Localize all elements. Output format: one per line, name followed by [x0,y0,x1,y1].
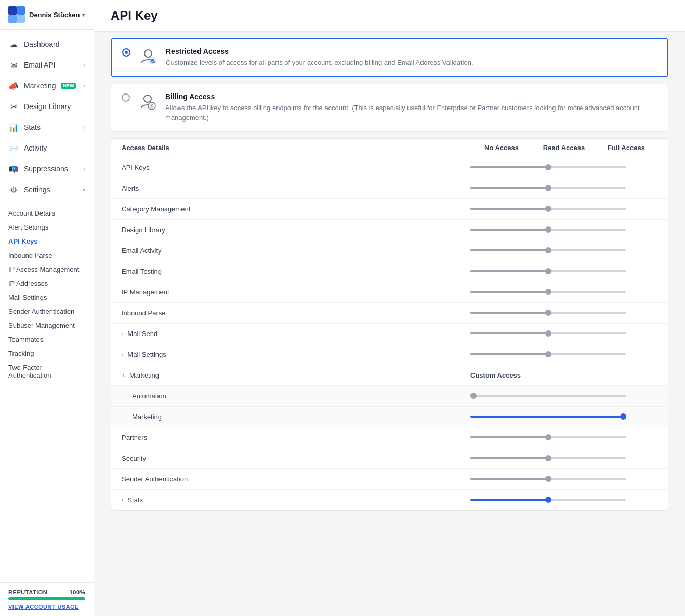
billing-access-title: Billing Access [165,92,657,101]
row-label-ip-management: IP Management [122,288,470,296]
svg-point-4 [144,50,152,57]
svg-rect-0 [8,6,17,15]
svg-rect-1 [17,6,25,15]
table-row: › Stats [111,490,668,510]
suppress-icon: 📭 [8,164,19,174]
table-row: IP Management [111,282,668,303]
alerts-slider[interactable] [470,187,626,189]
table-row: Inbound Parse [111,303,668,324]
sidebar-item-sender-authentication[interactable]: Sender Authentication [0,304,94,318]
reputation-bar-fill [8,597,85,600]
view-account-usage-link[interactable]: VIEW ACCOUNT USAGE [8,604,85,610]
sidebar-item-mail-settings[interactable]: Mail Settings [0,290,94,304]
partners-slider[interactable] [470,436,626,438]
marketing-slider[interactable] [470,416,626,418]
table-row: Partners [111,427,668,448]
sidebar-item-dashboard[interactable]: ☁ Dashboard [0,34,94,55]
restricted-radio[interactable] [122,48,130,57]
mail-send-slider[interactable] [470,332,626,334]
row-label-email-testing: Email Testing [122,267,470,275]
sidebar-item-suppressions[interactable]: 📭 Suppressions › [0,158,94,179]
inbound-parse-slider[interactable] [470,312,626,314]
app-logo [8,6,25,23]
ip-management-slider[interactable] [470,291,626,293]
billing-radio[interactable] [122,93,130,102]
row-label-stats: › Stats [122,496,470,504]
scissors-icon: ✂ [8,101,19,112]
mail-icon: ✉ [8,60,19,70]
sidebar-item-activity[interactable]: 📨 Activity [0,138,94,158]
sidebar-item-api-keys[interactable]: API Keys [0,234,94,248]
sidebar-footer: REPUTATION 100% VIEW ACCOUNT USAGE [0,582,94,616]
row-label-inbound-parse: Inbound Parse [122,309,470,317]
security-slider[interactable] [470,457,626,459]
chevron-right-icon: › [84,125,85,130]
table-row: Marketing [111,407,668,427]
row-label-mail-send: › Mail Send [122,330,470,338]
table-row: Email Testing [111,261,668,282]
sidebar: Dennis Stücken ▾ ☁ Dashboard ✉ Email API… [0,0,94,616]
table-row: Design Library [111,220,668,240]
main-content: API Key ⚙ Restricted Access Customize le… [94,0,685,616]
sidebar-item-subuser-management[interactable]: Subuser Management [0,318,94,332]
reputation-value: 100% [70,589,85,595]
api-keys-slider[interactable] [470,166,626,168]
sidebar-item-teammates[interactable]: Teammates [0,332,94,346]
sidebar-item-alert-settings[interactable]: Alert Settings [0,220,94,234]
sidebar-item-marketing[interactable]: 📣 Marketing NEW › [0,75,94,96]
sidebar-item-email-api[interactable]: ✉ Email API › [0,55,94,75]
page-header: API Key [94,0,685,32]
sidebar-item-ip-addresses[interactable]: IP Addresses [0,276,94,290]
reputation-label: REPUTATION [8,589,47,595]
billing-access-card[interactable]: $ Billing Access Allows the API key to a… [111,84,668,132]
main-nav: ☁ Dashboard ✉ Email API › 📣 Marketing NE… [0,30,94,204]
sidebar-item-tracking[interactable]: Tracking [0,346,94,360]
col-no-access: No Access [470,144,533,152]
email-testing-slider[interactable] [470,270,626,272]
chevron-down-icon: ▾ [83,187,85,193]
stats-slider[interactable] [470,499,626,501]
table-row: › Mail Send [111,324,668,344]
custom-access-badge: Custom Access [470,371,657,379]
content-area: ⚙ Restricted Access Customize levels of … [94,32,685,616]
restricted-access-card[interactable]: ⚙ Restricted Access Customize levels of … [111,38,668,77]
restricted-access-desc: Customize levels of access for all parts… [166,58,473,68]
sender-auth-slider[interactable] [470,478,626,480]
email-activity-slider[interactable] [470,249,626,251]
chevron-right-icon[interactable]: › [122,331,123,337]
svg-rect-3 [17,15,25,23]
sidebar-item-two-factor[interactable]: Two-Factor Authentication [0,360,94,382]
access-details-section: Access Details No Access Read Access Ful… [111,138,668,511]
sidebar-item-account-details[interactable]: Account Details [0,206,94,220]
restricted-access-title: Restricted Access [166,47,473,56]
svg-point-7 [144,95,151,102]
mail-settings-slider[interactable] [470,353,626,355]
chevron-right-icon: › [84,83,85,89]
cloud-icon: ☁ [8,39,19,49]
row-label-email-activity: Email Activity [122,247,470,255]
billing-icon: $ [138,92,157,111]
table-row: Security [111,448,668,469]
sidebar-item-stats[interactable]: 📊 Stats › [0,117,94,138]
row-label-mail-settings: › Mail Settings [122,351,470,358]
table-row: Alerts [111,178,668,199]
chevron-down-icon[interactable]: ∧ [122,372,125,378]
design-library-slider[interactable] [470,229,626,231]
chevron-right-icon[interactable]: › [122,352,123,357]
billing-access-desc: Allows the API key to access billing end… [165,103,657,123]
automation-slider[interactable] [470,395,626,397]
col-full-access: Full Access [595,144,657,152]
user-menu[interactable]: Dennis Stücken ▾ [29,11,85,19]
row-label-automation: Automation [132,392,470,400]
sidebar-item-design-library[interactable]: ✂ Design Library [0,96,94,117]
row-label-alerts: Alerts [122,184,470,192]
category-slider[interactable] [470,208,626,210]
sidebar-item-ip-access-management[interactable]: IP Access Management [0,262,94,276]
activity-icon: 📨 [8,143,19,153]
row-label-category-management: Category Management [122,205,470,213]
table-row: Category Management [111,199,668,220]
sidebar-item-inbound-parse[interactable]: Inbound Parse [0,248,94,262]
grid-icon: ⚙ [8,184,19,195]
chevron-right-icon[interactable]: › [122,497,123,503]
sidebar-item-settings[interactable]: ⚙ Settings ▾ [0,179,94,200]
